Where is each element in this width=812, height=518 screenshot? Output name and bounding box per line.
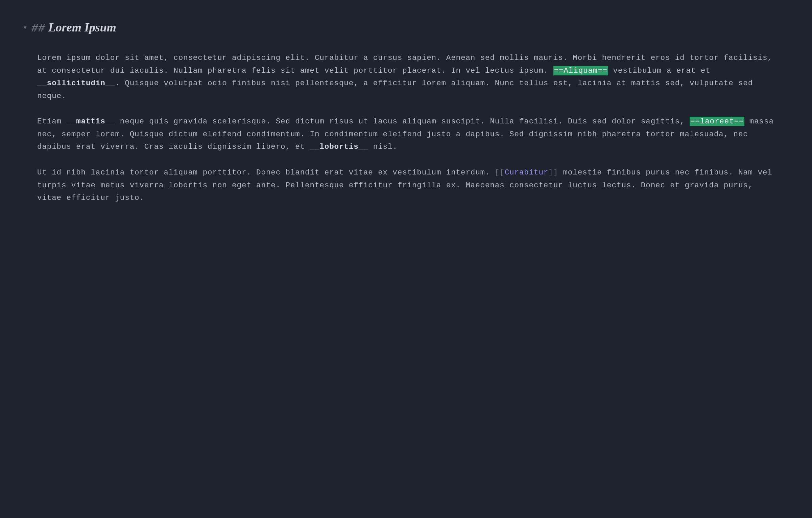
wikilink-bracket-open: [[ xyxy=(495,168,505,177)
text-run: neque quis gravida scelerisque. Sed dict… xyxy=(115,117,689,126)
text-run: . Quisque volutpat odio finibus nisi pel… xyxy=(37,79,753,100)
heading-wrapper[interactable]: ## Lorem Ipsum xyxy=(31,20,116,35)
bold-marker-open: __ xyxy=(66,117,76,126)
heading-markdown-markers: ## xyxy=(31,22,45,35)
bold-marker-close: __ xyxy=(105,79,115,88)
wikilink-text[interactable]: Curabitur xyxy=(505,168,549,177)
text-run: nisl. xyxy=(368,142,397,151)
text-run: Ut id nibh lacinia tortor aliquam portti… xyxy=(37,168,495,177)
wikilink-bracket-close: ]] xyxy=(548,168,558,177)
bold-marker-open: __ xyxy=(37,79,47,88)
bold-text: mattis xyxy=(76,117,105,126)
bold-text: lobortis xyxy=(319,142,358,151)
heading-title: Lorem Ipsum xyxy=(48,21,116,34)
heading-row: ▼ ## Lorem Ipsum xyxy=(24,20,782,35)
text-run: Etiam xyxy=(37,117,66,126)
highlight-mark: ==laoreet== xyxy=(690,117,744,126)
bold-marker-close: __ xyxy=(105,117,115,126)
paragraph-1[interactable]: Lorem ipsum dolor sit amet, consectetur … xyxy=(37,52,782,102)
highlight-mark: ==Aliquam== xyxy=(553,66,608,75)
text-run: vestibulum a erat et xyxy=(608,66,710,75)
bold-marker-open: __ xyxy=(310,142,320,151)
paragraph-3[interactable]: Ut id nibh lacinia tortor aliquam portti… xyxy=(37,166,782,205)
paragraph-2[interactable]: Etiam __mattis__ neque quis gravida scel… xyxy=(37,115,782,154)
editor-content[interactable]: Lorem ipsum dolor sit amet, consectetur … xyxy=(24,52,782,205)
bold-text: sollicitudin xyxy=(47,79,105,88)
bold-marker-close: __ xyxy=(359,142,368,151)
fold-arrow-icon[interactable]: ▼ xyxy=(24,25,26,30)
